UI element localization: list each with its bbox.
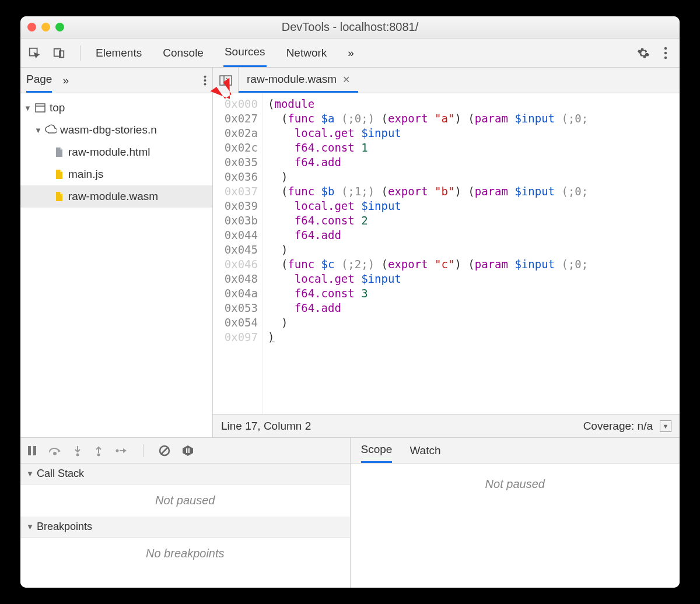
- svg-point-15: [54, 452, 56, 455]
- step-out-icon[interactable]: [94, 445, 103, 456]
- inspect-element-icon[interactable]: [27, 46, 41, 60]
- chevron-down-icon: ▼: [26, 469, 33, 478]
- divider: [80, 45, 80, 61]
- step-into-icon[interactable]: [73, 445, 82, 456]
- tab-elements[interactable]: Elements: [94, 38, 143, 67]
- tree-label: top: [50, 101, 65, 114]
- window-title: DevTools - localhost:8081/: [20, 20, 680, 34]
- file-tree: ▼ top ▼ wasm-dbg-stories.n raw-module.ht…: [20, 93, 212, 437]
- tree-file-wasm[interactable]: raw-module.wasm: [20, 185, 212, 208]
- tree-file-js[interactable]: main.js: [20, 163, 212, 185]
- tree-file-html[interactable]: raw-module.html: [20, 141, 212, 163]
- editor-status-bar: Line 17, Column 2 Coverage: n/a ▼: [213, 414, 680, 437]
- editor-tab-label: raw-module.wasm: [247, 73, 337, 86]
- line-gutter[interactable]: 0x0000x0270x02a0x02c0x0350x0360x0370x039…: [213, 93, 263, 414]
- kebab-menu-icon[interactable]: [659, 46, 673, 60]
- svg-rect-22: [188, 448, 190, 453]
- expand-icon[interactable]: ▼: [660, 420, 671, 432]
- device-toggle-icon[interactable]: [52, 46, 66, 60]
- deactivate-breakpoints-icon[interactable]: [159, 445, 170, 456]
- section-label: Breakpoints: [37, 521, 92, 533]
- breakpoints-header[interactable]: ▼ Breakpoints: [20, 517, 350, 538]
- coverage-status: Coverage: n/a: [583, 420, 653, 433]
- tab-network[interactable]: Network: [285, 38, 328, 67]
- svg-point-16: [76, 453, 79, 456]
- scope-body: Not paused: [351, 463, 680, 588]
- svg-point-18: [116, 449, 119, 452]
- section-label: Call Stack: [37, 468, 84, 480]
- tree-label: raw-module.wasm: [68, 190, 158, 203]
- call-stack-body: Not paused: [20, 484, 350, 517]
- close-tab-icon[interactable]: ✕: [342, 74, 350, 85]
- call-stack-header[interactable]: ▼ Call Stack: [20, 463, 350, 484]
- chevron-down-icon: ▼: [26, 522, 33, 531]
- divider: [143, 444, 144, 457]
- arrow-annotation-icon: [198, 62, 239, 103]
- tree-host[interactable]: ▼ wasm-dbg-stories.n: [20, 119, 212, 141]
- tab-more[interactable]: »: [346, 38, 355, 67]
- svg-rect-14: [33, 446, 36, 455]
- svg-line-20: [161, 447, 168, 454]
- svg-rect-9: [36, 104, 45, 112]
- devtools-window: DevTools - localhost:8081/ Elements Cons…: [20, 16, 680, 588]
- tree-label: main.js: [68, 168, 103, 181]
- svg-point-17: [97, 453, 100, 456]
- debugger-toolbar: [20, 438, 350, 463]
- titlebar: DevTools - localhost:8081/: [20, 16, 680, 38]
- tree-label: raw-module.html: [68, 146, 150, 159]
- gear-icon[interactable]: [636, 46, 650, 60]
- svg-point-3: [664, 47, 667, 49]
- navigator-panel: Page » ▼ top ▼ wasm-dbg-stories.n: [20, 68, 213, 437]
- tab-watch[interactable]: Watch: [410, 438, 440, 463]
- step-over-icon[interactable]: [48, 445, 61, 456]
- tree-top-frame[interactable]: ▼ top: [20, 97, 212, 119]
- debugger-drawer: ▼ Call Stack Not paused ▼ Breakpoints No…: [20, 437, 680, 588]
- breakpoints-body: No breakpoints: [20, 538, 350, 570]
- pause-icon[interactable]: [27, 445, 37, 456]
- navigator-tab-page[interactable]: Page: [26, 68, 52, 93]
- svg-point-4: [664, 51, 667, 54]
- editor-tab[interactable]: raw-module.wasm ✕: [239, 68, 358, 93]
- tree-label: wasm-dbg-stories.n: [60, 124, 157, 136]
- step-icon[interactable]: [115, 446, 128, 455]
- editor-panel: raw-module.wasm ✕ 0x0000x0270x02a0x02c0x…: [213, 68, 680, 437]
- svg-rect-21: [186, 448, 187, 453]
- navigator-tab-more[interactable]: »: [62, 74, 69, 87]
- code-area[interactable]: (module (func $a (;0;) (export "a") (par…: [263, 93, 680, 414]
- tab-scope[interactable]: Scope: [361, 438, 393, 463]
- svg-point-5: [664, 56, 667, 58]
- main-toolbar: Elements Console Sources Network »: [20, 38, 680, 68]
- svg-rect-13: [28, 446, 31, 455]
- cursor-position: Line 17, Column 2: [221, 420, 311, 433]
- pause-on-exceptions-icon[interactable]: [182, 445, 194, 456]
